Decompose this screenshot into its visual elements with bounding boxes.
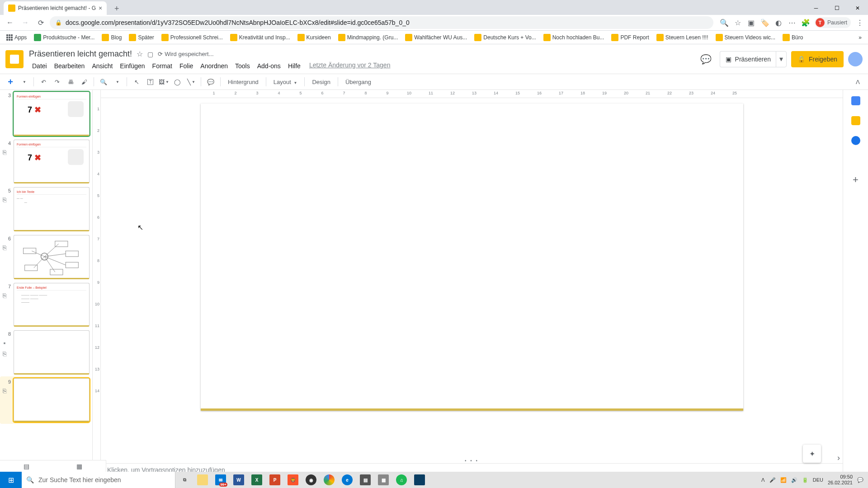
bookmark-overflow[interactable]: » <box>856 32 864 43</box>
layout-button[interactable]: Layout ▼ <box>270 79 301 85</box>
slide-canvas[interactable] <box>201 103 743 411</box>
tray-battery-icon[interactable]: 🔋 <box>802 477 808 483</box>
zoom-button[interactable]: 🔍 <box>98 76 109 88</box>
reload-button[interactable]: ⟳ <box>34 16 47 29</box>
menu-tools[interactable]: Tools <box>232 61 253 70</box>
hide-menus-button[interactable]: ᐱ <box>852 76 863 88</box>
incognito-icon[interactable]: ◐ <box>774 18 783 27</box>
bookmark-item[interactable]: Professionell Schrei... <box>159 32 226 43</box>
bookmark-star-icon[interactable]: ☆ <box>733 18 742 27</box>
task-view-button[interactable]: ⧉ <box>175 472 193 488</box>
menu-format[interactable]: Format <box>149 61 175 70</box>
zoom-dropdown[interactable]: ▼ <box>111 76 123 88</box>
slide-thumbnail-6[interactable] <box>14 235 90 279</box>
menu-addons[interactable]: Add-ons <box>254 61 284 70</box>
select-tool[interactable]: ↖ <box>131 76 142 88</box>
calculator-app[interactable]: ▦ <box>374 472 392 488</box>
tray-wifi-icon[interactable]: 📶 <box>780 477 787 483</box>
back-button[interactable]: ← <box>4 16 16 29</box>
background-button[interactable]: Hintergrund <box>224 79 262 85</box>
bookmark-item[interactable]: PDF Report <box>609 32 651 43</box>
bookmark-item[interactable]: Wahlfächer WU Aus... <box>402 32 470 43</box>
explore-button[interactable]: ✦ <box>803 445 821 463</box>
chrome-menu-icon[interactable]: ⋮ <box>855 18 864 27</box>
brave-app[interactable]: 🦁 <box>284 472 302 488</box>
tray-volume-icon[interactable]: 🔊 <box>791 477 797 483</box>
lastpass-icon[interactable]: ⋯ <box>788 18 797 27</box>
minimize-window-button[interactable]: ─ <box>806 1 826 15</box>
present-button[interactable]: ▣ Präsentieren <box>720 51 776 67</box>
terminal-app[interactable] <box>410 472 429 488</box>
maximize-window-button[interactable]: ☐ <box>826 1 847 15</box>
tray-notifications-icon[interactable]: 💬 <box>857 477 863 483</box>
bookmark-item[interactable]: Steuern Videos wic... <box>713 32 778 43</box>
new-tab-button[interactable]: + <box>110 2 123 15</box>
last-edit-link[interactable]: Letzte Änderung vor 2 Tagen <box>309 61 391 70</box>
menu-einfuegen[interactable]: Einfügen <box>117 61 148 70</box>
address-bar[interactable]: 🔒 docs.google.com/presentation/d/1yV372S… <box>50 16 713 29</box>
powerpoint-app[interactable]: P <box>266 472 284 488</box>
edge-app[interactable]: e <box>338 472 356 488</box>
next-arrow[interactable]: › <box>837 453 840 463</box>
profile-button[interactable]: T Pausiert <box>815 17 851 28</box>
extensions-icon[interactable]: 🧩 <box>801 18 810 27</box>
account-avatar[interactable] <box>848 52 863 66</box>
start-button[interactable]: ⊞ <box>0 472 22 488</box>
menu-datei[interactable]: Datei <box>29 61 50 70</box>
slide-thumbnail-9[interactable] <box>14 378 90 422</box>
notes-resize-handle[interactable]: • • • <box>101 458 843 463</box>
comments-icon[interactable]: 💬 <box>697 50 715 68</box>
notepad-app[interactable]: ▤ <box>356 472 374 488</box>
close-tab-icon[interactable]: × <box>99 5 102 12</box>
bookmark-item[interactable]: Später <box>126 32 156 43</box>
reader-icon[interactable]: ▣ <box>747 18 756 27</box>
filmstrip-view-button[interactable]: ▤ <box>24 463 29 470</box>
tasks-icon[interactable] <box>851 136 860 145</box>
bookmark-item[interactable]: Deutsche Kurs + Vo... <box>472 32 538 43</box>
move-icon[interactable]: ▢ <box>147 51 153 58</box>
slide-thumbnail-3[interactable]: Formen einfügen7 ✖ <box>14 92 90 136</box>
spotify-app[interactable]: ♫ <box>392 472 410 488</box>
tray-mic-icon[interactable]: 🎤 <box>769 477 776 483</box>
taskbar-search[interactable]: 🔍 Zur Suche Text hier eingeben <box>22 472 175 488</box>
mail-app[interactable]: ✉99+ <box>212 472 230 488</box>
comment-tool[interactable]: 💬 <box>205 76 217 88</box>
paint-format-button[interactable]: 🖌 <box>78 76 90 88</box>
menu-folie[interactable]: Folie <box>176 61 196 70</box>
transition-button[interactable]: Übergang <box>342 79 375 85</box>
slide-thumbnail-5[interactable]: Ich bin Texte— — — <box>14 187 90 231</box>
calendar-icon[interactable] <box>851 96 860 105</box>
grid-view-button[interactable]: ▦ <box>76 463 82 470</box>
new-slide-dropdown[interactable]: ▼ <box>18 76 30 88</box>
line-tool[interactable]: ╲▼ <box>185 76 197 88</box>
slide-filmstrip[interactable]: 3 Formen einfügen7 ✖ 4⎘ Formen einfügen7… <box>0 90 93 476</box>
redo-button[interactable]: ↷ <box>51 76 63 88</box>
close-window-button[interactable]: ✕ <box>847 1 868 15</box>
add-addon-button[interactable]: + <box>853 174 859 186</box>
menu-anordnen[interactable]: Anordnen <box>197 61 231 70</box>
undo-button[interactable]: ↶ <box>38 76 49 88</box>
slide-thumbnail-8[interactable] <box>14 330 90 375</box>
chrome-app[interactable] <box>320 472 338 488</box>
word-app[interactable]: W <box>230 472 248 488</box>
file-explorer-app[interactable] <box>193 472 212 488</box>
extension-tag-icon[interactable]: 🏷️ <box>760 18 769 27</box>
browser-tab[interactable]: Präsentieren leicht gemacht! - G × <box>4 1 107 15</box>
tray-language[interactable]: DEU <box>813 477 823 483</box>
obs-app[interactable]: ◉ <box>302 472 320 488</box>
share-button[interactable]: 🔒 Freigeben <box>791 51 844 67</box>
slide-thumbnail-4[interactable]: Formen einfügen7 ✖ <box>14 140 90 184</box>
menu-hilfe[interactable]: Hilfe <box>285 61 304 70</box>
slides-logo-icon[interactable] <box>5 50 24 68</box>
bookmark-item[interactable]: Produktsuche - Mer... <box>31 32 97 43</box>
bookmark-item[interactable]: Büro <box>780 32 806 43</box>
shape-tool[interactable]: ◯ <box>172 76 184 88</box>
zoom-icon[interactable]: 🔍 <box>720 18 729 27</box>
print-button[interactable]: 🖶 <box>65 76 76 88</box>
tray-clock[interactable]: 09:50 26.02.2021 <box>828 474 853 486</box>
bookmark-item[interactable]: Mindmapping. (Gru... <box>335 32 401 43</box>
star-icon[interactable]: ☆ <box>137 50 143 58</box>
new-slide-button[interactable]: + <box>5 76 16 88</box>
bookmark-item[interactable]: Steuern Lesen !!!! <box>654 32 711 43</box>
textbox-tool[interactable]: 🅃 <box>144 76 156 88</box>
